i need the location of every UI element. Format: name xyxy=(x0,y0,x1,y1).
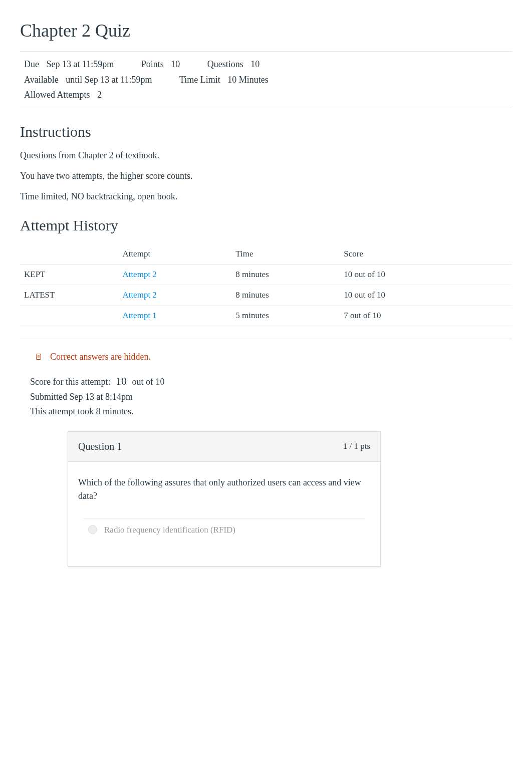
available-label: Available xyxy=(24,75,59,85)
submitted-time: Submitted Sep 13 at 8:14pm xyxy=(30,390,512,404)
points-label: Points xyxy=(141,59,164,69)
attempt-time: 8 minutes xyxy=(231,264,340,285)
muted-icon xyxy=(35,352,44,361)
score-suffix: out of 10 xyxy=(132,377,164,387)
attempt-duration: This attempt took 8 minutes. xyxy=(30,404,512,419)
timelimit-value: 10 Minutes xyxy=(227,75,269,85)
divider xyxy=(20,339,512,339)
attempts-value: 2 xyxy=(97,90,102,100)
instructions-text: Questions from Chapter 2 of textbook. xyxy=(20,150,512,161)
question-points: 1 / 1 pts xyxy=(343,441,370,451)
score-block: Score for this attempt: 10 out of 10 Sub… xyxy=(30,372,512,419)
question-title: Question 1 xyxy=(78,441,122,452)
instructions-heading: Instructions xyxy=(20,123,512,140)
question-card: Question 1 1 / 1 pts Which of the follow… xyxy=(68,431,381,567)
table-header-status xyxy=(20,244,118,265)
question-header: Question 1 1 / 1 pts xyxy=(68,432,380,462)
attempts-label: Allowed Attempts xyxy=(24,90,90,100)
attempt-score: 10 out of 10 xyxy=(340,285,512,305)
attempt-link[interactable]: Attempt 2 xyxy=(122,290,156,300)
attempt-status: KEPT xyxy=(20,264,118,285)
score-label: Score for this attempt: xyxy=(30,377,110,387)
answer-option: Radio frequency identification (RFID) xyxy=(83,518,365,542)
instructions-body: Questions from Chapter 2 of textbook. Yo… xyxy=(20,150,512,202)
radio-icon xyxy=(88,525,97,534)
due-value: Sep 13 at 11:59pm xyxy=(47,59,114,69)
table-row: KEPT Attempt 2 8 minutes 10 out of 10 xyxy=(20,264,512,285)
attempt-link[interactable]: Attempt 2 xyxy=(122,270,156,279)
table-header-score: Score xyxy=(340,244,512,265)
attempt-link[interactable]: Attempt 1 xyxy=(122,311,156,320)
attempt-status: LATEST xyxy=(20,285,118,305)
table-header-time: Time xyxy=(231,244,340,265)
answer-text: Radio frequency identification (RFID) xyxy=(104,524,235,537)
instructions-text: You have two attempts, the higher score … xyxy=(20,171,512,181)
quiz-title: Chapter 2 Quiz xyxy=(20,20,512,41)
attempt-time: 5 minutes xyxy=(231,305,340,326)
question-body: Which of the following assures that only… xyxy=(68,462,380,567)
score-number: 10 xyxy=(116,375,127,387)
attempt-history-heading: Attempt History xyxy=(20,217,512,234)
table-header-attempt: Attempt xyxy=(118,244,231,265)
due-label: Due xyxy=(24,59,39,69)
points-value: 10 xyxy=(171,59,180,69)
question-text: Which of the following assures that only… xyxy=(78,476,370,503)
questions-value: 10 xyxy=(250,59,259,69)
attempt-history-table: Attempt Time Score KEPT Attempt 2 8 minu… xyxy=(20,244,512,326)
timelimit-label: Time Limit xyxy=(179,75,220,85)
available-value: until Sep 13 at 11:59pm xyxy=(66,75,152,85)
hidden-notice-text: Correct answers are hidden. xyxy=(50,352,151,362)
attempt-score: 10 out of 10 xyxy=(340,264,512,285)
correct-answers-hidden-notice: Correct answers are hidden. xyxy=(35,352,512,362)
table-row: LATEST Attempt 2 8 minutes 10 out of 10 xyxy=(20,285,512,305)
attempt-status xyxy=(20,305,118,326)
questions-label: Questions xyxy=(207,59,243,69)
attempt-score: 7 out of 10 xyxy=(340,305,512,326)
quiz-metadata: Due Sep 13 at 11:59pm Points 10 Question… xyxy=(20,51,512,108)
table-row: Attempt 1 5 minutes 7 out of 10 xyxy=(20,305,512,326)
instructions-text: Time limited, NO backtracking, open book… xyxy=(20,191,512,202)
attempt-time: 8 minutes xyxy=(231,285,340,305)
